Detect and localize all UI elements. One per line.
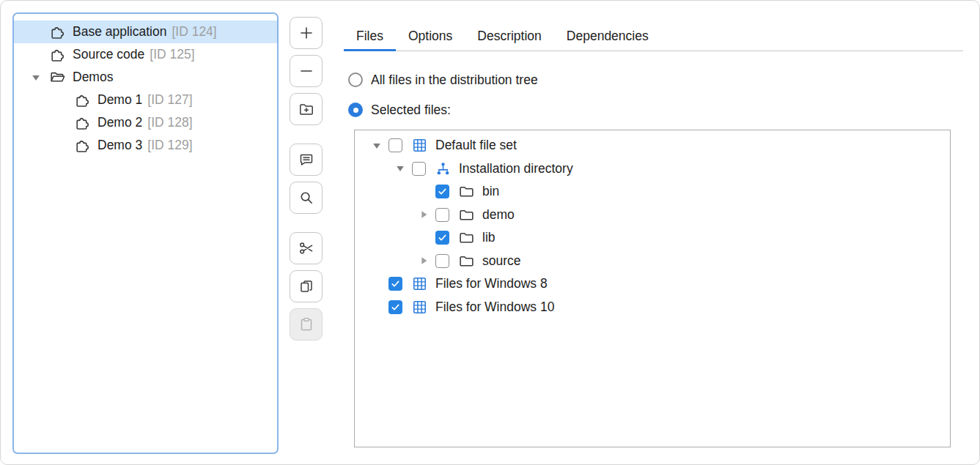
- component-item-label: Base application: [73, 24, 166, 40]
- folder-open-icon: [49, 69, 66, 86]
- component-item-label: Demo 2: [97, 115, 142, 130]
- file-tree-row-label: lib: [482, 230, 495, 245]
- file-set-icon: [411, 137, 428, 154]
- comment-icon: [298, 152, 314, 168]
- selected-files-tree: Default file setInstallation directorybi…: [354, 130, 951, 447]
- checkbox-files-for-windows-8[interactable]: [388, 277, 402, 291]
- add-button[interactable]: [290, 17, 323, 49]
- component-item-label: Source code: [73, 47, 144, 62]
- scissors-icon: [298, 240, 314, 256]
- component-item-base-application[interactable]: Base application[ID 124]: [14, 21, 277, 43]
- file-set-icon: [411, 299, 428, 316]
- file-tree-row-bin[interactable]: bin: [355, 180, 950, 204]
- component-item-id: [ID 128]: [147, 115, 192, 130]
- component-item-id: [ID 124]: [172, 24, 216, 40]
- radio-label: Selected files:: [371, 103, 451, 118]
- file-tree-row-label: source: [482, 253, 521, 269]
- file-tree-row-installation-directory[interactable]: Installation directory: [355, 157, 950, 181]
- radio-option-all-files-in-the-distribution-tree[interactable]: All files in the distribution tree: [348, 70, 538, 89]
- checkbox-source[interactable]: [435, 254, 449, 268]
- file-tree-row-label: Files for Windows 10: [435, 300, 554, 315]
- folder-icon: [458, 229, 475, 246]
- puzzle-icon: [49, 23, 66, 40]
- tab-label: Dependencies: [567, 29, 649, 44]
- folder-icon: [458, 207, 475, 223]
- collapse-arrow-icon[interactable]: [23, 72, 49, 83]
- copy-button[interactable]: [290, 270, 323, 302]
- folder-icon: [458, 183, 475, 200]
- puzzle-icon: [49, 46, 66, 63]
- comment-button[interactable]: [290, 144, 323, 176]
- component-item-id: [ID 129]: [147, 138, 192, 153]
- checkbox-installation-directory[interactable]: [412, 162, 426, 176]
- install-dir-icon: [435, 160, 452, 177]
- add-folder-button[interactable]: [290, 93, 323, 125]
- collapse-arrow-icon[interactable]: [365, 141, 388, 151]
- file-tree-row-label: Files for Windows 8: [435, 276, 548, 291]
- checkbox-lib[interactable]: [435, 231, 449, 245]
- detail-panel: FilesOptionsDescriptionDependencies Defa…: [344, 1, 963, 464]
- tab-options[interactable]: Options: [396, 21, 465, 51]
- tab-description[interactable]: Description: [465, 21, 554, 51]
- component-item-label: Demos: [73, 70, 113, 85]
- installer-components-window: Base application[ID 124]Source code[ID 1…: [0, 0, 980, 465]
- tab-dependencies[interactable]: Dependencies: [554, 21, 661, 51]
- component-item-demo-1[interactable]: Demo 1[ID 127]: [14, 89, 277, 111]
- expand-arrow-icon[interactable]: [412, 209, 435, 220]
- tab-label: Description: [477, 29, 542, 44]
- file-tree-row-source[interactable]: source: [355, 250, 950, 273]
- checkbox-files-for-windows-10[interactable]: [388, 300, 402, 314]
- checkbox-bin[interactable]: [435, 185, 449, 198]
- radio-label: All files in the distribution tree: [371, 72, 538, 88]
- checkbox-demo[interactable]: [435, 208, 449, 222]
- paste-icon: [298, 316, 314, 332]
- radio-button[interactable]: [348, 72, 363, 87]
- component-item-demos[interactable]: Demos: [14, 66, 277, 89]
- file-tree-row-files-for-windows-10[interactable]: Files for Windows 10: [355, 296, 950, 319]
- folder-icon: [458, 253, 475, 269]
- component-item-label: Demo 3: [97, 138, 142, 153]
- folder-plus-icon: [298, 101, 314, 117]
- tab-label: Files: [356, 29, 383, 44]
- puzzle-icon: [74, 137, 91, 154]
- file-tree-row-files-for-windows-8[interactable]: Files for Windows 8: [355, 272, 950, 296]
- collapse-arrow-icon[interactable]: [388, 163, 412, 174]
- file-set-icon: [411, 275, 428, 292]
- plus-icon: [298, 25, 314, 41]
- file-tree-row-label: bin: [482, 184, 499, 199]
- component-item-demo-2[interactable]: Demo 2[ID 128]: [14, 111, 277, 134]
- checkbox-default-file-set[interactable]: [388, 138, 402, 152]
- file-tree-row-demo[interactable]: demo: [355, 204, 950, 227]
- component-item-source-code[interactable]: Source code[ID 125]: [14, 43, 277, 66]
- tab-bar: FilesOptionsDescriptionDependencies: [344, 21, 963, 51]
- component-item-demo-3[interactable]: Demo 3[ID 129]: [14, 134, 277, 157]
- tab-label: Options: [408, 29, 452, 44]
- cut-button[interactable]: [290, 232, 323, 264]
- search-icon: [298, 190, 314, 206]
- minus-icon: [298, 63, 314, 79]
- file-tree-row-label: Default file set: [435, 138, 517, 153]
- file-tree-row-lib[interactable]: lib: [355, 226, 950, 250]
- remove-button[interactable]: [290, 55, 323, 87]
- puzzle-icon: [74, 114, 91, 131]
- copy-icon: [298, 278, 314, 294]
- paste-button: [290, 308, 323, 341]
- radio-option-selected-files[interactable]: Selected files:: [348, 100, 451, 119]
- tab-files[interactable]: Files: [344, 21, 396, 51]
- file-tree-row-label: demo: [482, 207, 515, 223]
- file-tree-row-label: Installation directory: [459, 161, 573, 176]
- radio-button[interactable]: [348, 103, 363, 117]
- file-tree-row-default-file-set[interactable]: Default file set: [355, 134, 950, 157]
- component-item-id: [ID 127]: [147, 92, 192, 108]
- component-item-label: Demo 1: [97, 92, 142, 108]
- component-item-id: [ID 125]: [150, 47, 194, 62]
- components-toolbar: [290, 12, 323, 423]
- components-tree-panel: Base application[ID 124]Source code[ID 1…: [12, 12, 279, 454]
- search-button[interactable]: [290, 182, 323, 214]
- expand-arrow-icon[interactable]: [412, 256, 435, 266]
- puzzle-icon: [74, 92, 91, 108]
